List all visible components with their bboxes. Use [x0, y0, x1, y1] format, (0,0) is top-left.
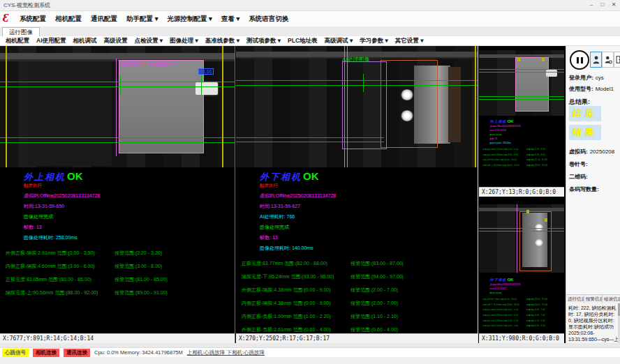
mini-image-lower[interactable] [479, 204, 564, 273]
tab-run-image[interactable]: 运行图像 [2, 27, 40, 37]
comm-connect-badge: 通讯连接 [64, 349, 90, 357]
camera-name-label: 外上相机 [24, 172, 66, 182]
maximize-button[interactable]: □ [598, 0, 607, 10]
mini-view-upper[interactable]: 外上相机OK 虚拟码:Offline20250208133134728 时间:1… [479, 46, 564, 197]
virtual-code-value: 20250208 [590, 149, 615, 155]
tool-spotcheck-settings[interactable]: 点检设置 ▾ [135, 37, 163, 45]
roi-line [347, 46, 348, 167]
mini-view-lower[interactable]: 外下相机OK 虚拟码:Offline20250208133134728 时间:1… [479, 199, 564, 343]
time-label: 时间:13-31-59-627 [490, 288, 566, 291]
model-value: Model1 [596, 86, 614, 92]
baseline-line [0, 142, 235, 143]
pause-button[interactable] [570, 50, 589, 70]
roi-line [116, 59, 117, 156]
camera-image-upper[interactable]: 固定阈值:93, 动态阈值:100 93.66 [0, 46, 235, 167]
tool-ai-config[interactable]: AI使用配置 [36, 37, 66, 45]
menu-assistant-config[interactable]: 助手配置 ▾ [126, 15, 158, 24]
user-button[interactable] [590, 52, 602, 68]
roi-rect-orange [381, 60, 438, 148]
measurement-rows: 正极宽度:83.77mm 范围:(82.00 - 88.00)报警范围:(83.… [236, 260, 478, 340]
time-label: 时间:13-31-59-627 [260, 203, 478, 210]
measurement-value: 内侧正极-隔膜:4.38mm 范围:(0.00 - 9.00) [480, 314, 525, 317]
close-button[interactable]: ✕ [609, 0, 619, 10]
menu-light-config[interactable]: 光源控制配置 ▾ [167, 15, 212, 24]
menu-view[interactable]: 查看 ▾ [221, 15, 239, 24]
menu-system-config[interactable]: 系统配置 [20, 15, 46, 24]
measurement-value: 外侧正极-负极:2.61mm 范围:(0.60 - 4.00) [236, 326, 348, 333]
measurement-rows: 外侧正极-隔膜:2.91mm 范围:(2.00 - 3.50)报警范围:(2.2… [0, 250, 235, 303]
process-done-label: 图像处理完成 [490, 292, 566, 295]
roi-rect-purple [342, 61, 387, 149]
camera-view-upper[interactable]: 固定阈值:93, 动态阈值:100 93.66 外上相机OK 触发执行 虚拟码:… [0, 46, 235, 343]
measurement-value: 内侧正极-负极:1.90mm 范围:(1.00 - 2.20) [236, 313, 348, 320]
pin-number-row: 卷针号: [569, 160, 588, 168]
tool-plc-address[interactable]: PLC地址表 [288, 37, 318, 45]
measurement-row: 隔膜宽度-上:90.56mm 范围:(88.00 - 92.00)报警范围:(8… [0, 289, 235, 303]
baseline-line [479, 69, 564, 70]
measurement-value: 隔膜宽度-下:95.24mm 范围:(93.00 - 98.00) [236, 273, 348, 280]
camera-result-overlay-lower: 外下相机OK 触发执行 虚拟码:Offline20250208133134728… [236, 170, 478, 340]
virtual-code-label: 虚拟码: [569, 149, 588, 155]
baseline-line [236, 137, 384, 138]
exit-door-icon [615, 54, 620, 65]
user-settings-button[interactable] [602, 52, 614, 68]
alarm-range: 报警范围:(89.00 - 91.00) [525, 164, 547, 167]
trigger-label: 触发执行 [24, 183, 235, 189]
pause-icon [581, 57, 583, 63]
glow-spot [401, 110, 413, 121]
measure-line [201, 75, 202, 95]
baseline-line [0, 137, 235, 138]
alarm-range: 报警范围:(0.60 - 4.00) [348, 326, 398, 333]
minimize-button[interactable]: – [586, 0, 596, 10]
log-tabs: 运行信息 报警信息 错误信息 [566, 294, 620, 304]
total-result-label: 总结果: [569, 98, 590, 105]
alarm-range: 报警范围:(83.00 - 87.00) [348, 260, 404, 267]
tool-test-params[interactable]: 测试项参数 ▾ [246, 37, 281, 45]
tool-learning-params[interactable]: 学习参数 ▾ [360, 37, 388, 45]
window-controls: – □ ✕ [586, 0, 619, 11]
alarm-range: 报警范围:(2.20 - 3.20) [112, 250, 162, 257]
mini-overlay-lower: 外下相机OK 虚拟码:Offline20250208133134728 时间:1… [480, 277, 566, 330]
ok-status-label: OK [507, 277, 513, 282]
toolbar: 相机配置 AI使用配置 相机调试 高级设置 点检设置 ▾ 图像处理 ▾ 基准线参… [0, 36, 620, 46]
marker [526, 210, 529, 213]
tool-image-processing[interactable]: 图像处理 ▾ [170, 37, 198, 45]
virtual-code-label: 虚拟码:Offline20250208133134728 [260, 192, 478, 199]
measurement-value: 正极宽度:83.77mm 范围:(82.00 - 88.00) [480, 298, 525, 301]
tool-other-settings[interactable]: 其它设置 ▾ [395, 37, 424, 45]
login-user-label: 登录用户: [569, 75, 593, 81]
mini-image-upper[interactable] [479, 50, 564, 116]
process-done-label: 图像处理完成 [24, 213, 235, 220]
camera-image-lower[interactable]: AI处理图像 [236, 46, 478, 167]
frame-count-label: 帧数: 13 [24, 224, 235, 231]
tool-baseline-params[interactable]: 基准线参数 ▾ [205, 37, 239, 45]
app-window: CYS-视觉检测系统 – □ ✕ Ɛ 系统配置 相机配置 通讯配置 助手配置 ▾… [0, 0, 620, 364]
machine-shadow [28, 61, 112, 166]
camera-view-lower[interactable]: AI处理图像 外下相机OK 触发执行 虚拟码:Offline2025020813… [236, 46, 478, 343]
user-gear-icon [604, 54, 612, 66]
roi-line [517, 204, 517, 273]
measurement-value: 内侧正极-隔膜:4.60mm 范围:(3.00 - 6.00) [0, 263, 112, 270]
menu-language-switch[interactable]: 系统语言切换 [249, 15, 288, 24]
time-label: 时间:13-31-59-650 [490, 130, 566, 132]
tool-advanced-settings[interactable]: 高级设置 [104, 37, 128, 45]
logout-button[interactable] [614, 52, 620, 68]
elapsed-label: 图像处理耗时: 140.00ms [260, 245, 478, 252]
alarm-range: 报警范围:(83.00 - 87.00) [525, 298, 547, 301]
cpu-memory-info: Cpu: 0.0% Memory: 3424.41796875M [94, 349, 183, 356]
measurement-value: 内侧正极-负极:1.90mm 范围:(1.00 - 2.20) [480, 319, 525, 322]
menu-camera-config[interactable]: 相机配置 [55, 15, 82, 24]
virtual-code-label: 虚拟码:Offline20250208133134728 [490, 284, 566, 287]
trigger-label: 触发执行 [260, 183, 478, 189]
baseline-line [0, 86, 235, 87]
alarm-range: 报警范围:(81.00 - 85.00) [525, 159, 547, 162]
menu-comm-config[interactable]: 通讯配置 [91, 15, 117, 24]
tool-camera-debug[interactable]: 相机调试 [73, 37, 97, 45]
measure-value-label: 93.66 [198, 68, 214, 75]
alarm-range: 报警范围:(2.00 - 7.00) [525, 309, 545, 312]
camera-fault-status: 上相机:心跳故障 下相机:心跳故障 [187, 349, 265, 356]
tab-connector [195, 82, 218, 95]
tool-advanced-debug[interactable]: 高级调试 ▾ [325, 37, 353, 45]
tool-camera-config[interactable]: 相机配置 [6, 37, 29, 45]
marker [545, 218, 547, 222]
